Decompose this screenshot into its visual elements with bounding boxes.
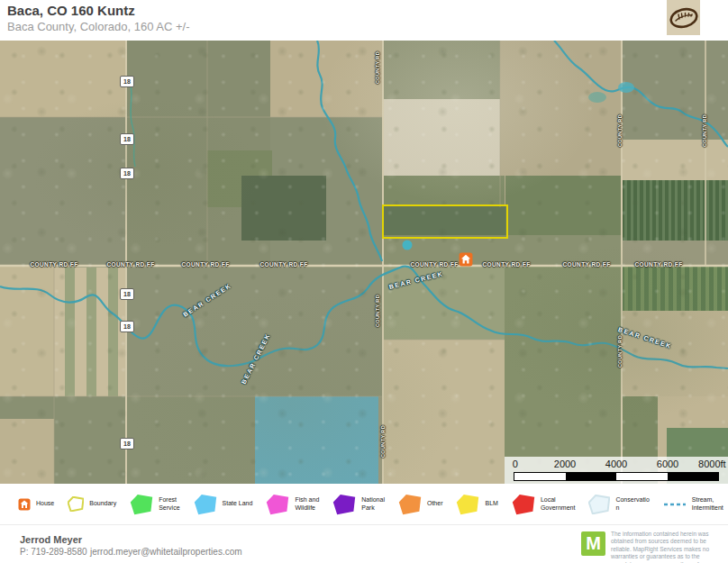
legend-label: Boundary <box>89 500 116 507</box>
road-label: COUNTY RD FF <box>410 261 458 268</box>
scale-tick: 8000ft <box>698 459 726 469</box>
polygon-swatch-icon <box>194 494 217 515</box>
scale-tick: 6000 <box>657 459 678 469</box>
house-marker-icon <box>459 252 473 267</box>
map-label-layer: COUNTY RD FFCOUNTY RD FFCOUNTY RD FFCOUN… <box>0 41 728 484</box>
creek-label: BEAR CREEK <box>182 282 232 318</box>
highway-shield: 18 <box>120 288 134 300</box>
legend-label: Stream, Intermittent <box>692 496 723 511</box>
antler-oval-icon <box>669 6 699 30</box>
house-icon <box>18 498 31 511</box>
highway-shield: 18 <box>120 321 134 332</box>
page-subtitle: Baca County, Colorado, 160 AC +/- <box>7 20 189 33</box>
highway-shield: 18 <box>120 133 134 145</box>
road-label: COUNTY RD FF <box>482 261 530 268</box>
legend-item: Stream, Intermittent <box>663 496 723 511</box>
road-label: COUNTY RD <box>617 114 623 147</box>
polygon-swatch-icon <box>456 494 479 515</box>
scale-bar: 02000400060008000ft <box>505 457 728 484</box>
header: Baca, CO 160 Kuntz Baca County, Colorado… <box>0 0 728 41</box>
scale-labels: 02000400060008000ft <box>514 459 719 471</box>
legend-item: Fish and Wildlife <box>266 494 319 515</box>
legend-item: Boundary <box>68 496 116 512</box>
scale-tick: 0 <box>513 459 518 469</box>
creek-label: BEAR CREEK <box>617 326 672 350</box>
agent-name: Jerrod Meyer <box>20 534 82 545</box>
map-canvas: COUNTY RD FFCOUNTY RD FFCOUNTY RD FFCOUN… <box>0 41 728 484</box>
road-label: COUNTY RD <box>375 51 380 84</box>
legend-label: National Park <box>361 496 385 511</box>
road-label: COUNTY RD <box>375 295 380 327</box>
polygon-swatch-icon <box>266 494 289 515</box>
polygon-swatch-icon <box>130 494 153 515</box>
scale-tick: 4000 <box>605 459 627 469</box>
polygon-swatch-icon <box>398 494 422 515</box>
polygon-swatch-icon <box>332 494 356 515</box>
legend-label: BLM <box>485 500 497 507</box>
legend-item: House <box>18 498 54 511</box>
road-label: COUNTY RD FF <box>562 261 610 268</box>
road-label: COUNTY RD <box>380 425 386 458</box>
road-label: COUNTY RD FF <box>106 261 154 268</box>
road-label: COUNTY RD <box>617 335 623 368</box>
legend-item: Conservatio n <box>588 495 649 514</box>
agent-phone: P: 719-289-8580 <box>20 547 87 557</box>
agent-email-link[interactable]: jerrod.meyer@whitetailproperties.com <box>90 547 242 557</box>
scale-tick: 2000 <box>554 459 576 469</box>
polygon-swatch-icon <box>68 496 84 512</box>
legend-item: National Park <box>332 494 385 515</box>
creek-label: BEAR CREEK <box>388 270 444 290</box>
legend-label: State Land <box>223 500 253 507</box>
road-label: COUNTY RD FF <box>181 261 229 268</box>
polygon-swatch-icon <box>588 495 610 514</box>
legend-item: State Land <box>194 494 253 515</box>
whitetail-properties-logo <box>667 0 700 35</box>
scale-segments <box>514 472 719 481</box>
highway-shield: 18 <box>120 438 134 449</box>
creek-label: BEAR CREEK <box>241 332 272 386</box>
footer: Jerrod Meyer P: 719-289-8580 jerrod.meye… <box>0 524 728 563</box>
legend-item: Other <box>398 494 443 515</box>
polygon-swatch-icon <box>512 494 535 515</box>
road-label: COUNTY RD FF <box>30 261 77 268</box>
legend-item: BLM <box>456 494 497 515</box>
legend-label: Forest Service <box>159 496 179 511</box>
legend-label: House <box>36 500 54 507</box>
legend-label: Local Government <box>541 496 576 511</box>
legend-bar: HouseBoundaryForest ServiceState LandFis… <box>0 484 728 524</box>
legend-label: Fish and Wildlife <box>295 496 319 511</box>
mapright-logo: M <box>581 531 605 556</box>
legend-item: Local Government <box>512 494 576 515</box>
road-label: COUNTY RD FF <box>634 261 682 268</box>
legend-label: Conservatio n <box>615 496 649 511</box>
road-label: COUNTY RD FF <box>259 261 307 268</box>
line-swatch-icon <box>663 502 687 507</box>
page-title: Baca, CO 160 Kuntz <box>7 3 135 18</box>
disclaimer-text: The information contained herein was obt… <box>611 531 726 563</box>
legend-label: Other <box>427 500 443 507</box>
highway-shield: 18 <box>120 76 134 87</box>
road-label: COUNTY RD <box>702 114 707 147</box>
highway-shield: 18 <box>120 168 134 179</box>
legend-item: Forest Service <box>130 494 179 515</box>
property-map-flyer: Baca, CO 160 Kuntz Baca County, Colorado… <box>0 0 728 563</box>
